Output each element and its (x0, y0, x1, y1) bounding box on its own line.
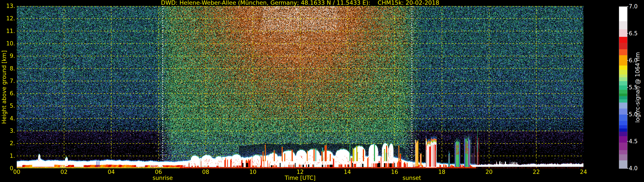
y-tick-label: 7. (0, 78, 15, 84)
colorbar-segment (619, 128, 627, 132)
colorbar-tick (627, 60, 628, 61)
x-tick-label: 10 (244, 169, 262, 175)
colorbar-tick (627, 6, 628, 7)
colorbar-segment (619, 114, 627, 121)
x-tick-label: 24 (575, 169, 592, 175)
x-tick-label: 22 (528, 169, 545, 175)
colorbar-segment (619, 29, 627, 37)
colorbar-segment (619, 143, 627, 150)
colorbar-segment (619, 66, 627, 70)
colorbar-tick-label: 5.0 (629, 111, 644, 117)
y-tick-label: 1. (0, 153, 15, 159)
colorbar-segment (619, 86, 627, 90)
sunrise-annotation: sunrise (146, 175, 180, 181)
sunset-annotation: sunset (394, 175, 429, 181)
colorbar (619, 6, 628, 169)
ceilometer-quicklook: DWD: Helene-Weber-Allee (München, German… (0, 0, 644, 182)
colorbar-tick-label: 5.5 (629, 84, 644, 90)
y-tick-label: 5. (0, 103, 15, 109)
colorbar-segment (619, 81, 627, 86)
y-tick-label: 3. (0, 128, 15, 134)
colorbar-segment (619, 125, 627, 128)
colorbar-tick-label: 6.5 (629, 30, 644, 36)
heatmap-canvas (17, 6, 584, 168)
colorbar-segment (619, 75, 627, 77)
colorbar-tick (627, 114, 628, 114)
x-tick-label: 14 (339, 169, 356, 175)
x-tick-label: 16 (386, 169, 403, 175)
colorbar-segment (619, 96, 627, 99)
colorbar-tick-label: 6.0 (629, 57, 644, 63)
x-tick-label: 08 (197, 169, 214, 175)
x-tick-label: 02 (56, 169, 72, 175)
x-tick-label: 06 (150, 169, 167, 175)
x-tick-label: 12 (292, 169, 309, 175)
colorbar-segment (619, 90, 627, 93)
colorbar-segment (619, 102, 627, 108)
colorbar-segment (619, 132, 627, 136)
colorbar-segment (619, 77, 627, 81)
y-tick-label: 8. (0, 66, 15, 72)
colorbar-segment (619, 70, 627, 75)
y-tick-label: 2. (0, 140, 15, 146)
y-tick-label: 11. (0, 28, 15, 34)
colorbar-segment (619, 49, 627, 55)
colorbar-segment (619, 21, 627, 29)
plot-title: DWD: Helene-Weber-Allee (München, German… (17, 0, 584, 6)
colorbar-segment (619, 55, 627, 66)
y-tick-label: 13. (0, 3, 15, 9)
y-tick-label: 12. (0, 15, 15, 21)
y-tick-label: 10. (0, 40, 15, 46)
colorbar-tick-label: 4.5 (629, 138, 644, 144)
colorbar-segment (619, 108, 627, 114)
x-tick-label: 00 (8, 169, 25, 175)
colorbar-tick-label: 4.0 (629, 165, 644, 171)
colorbar-tick-label: 7.0 (629, 3, 644, 9)
x-tick-label: 04 (102, 169, 120, 175)
colorbar-segment (619, 160, 627, 169)
y-tick-label: 4. (0, 115, 15, 121)
colorbar-tick (627, 87, 628, 88)
colorbar-segment (619, 121, 627, 125)
colorbar-tick (627, 33, 628, 34)
colorbar-segment (619, 7, 627, 21)
y-tick-label: 9. (0, 53, 15, 59)
colorbar-segment (619, 37, 627, 43)
colorbar-segment (619, 136, 627, 143)
colorbar-segment (619, 43, 627, 49)
x-axis-title: Time [UTC] (283, 175, 317, 181)
colorbar-segment (619, 154, 627, 160)
x-tick-label: 18 (433, 169, 450, 175)
colorbar-segment (619, 150, 627, 154)
colorbar-tick (627, 168, 628, 169)
colorbar-segment (619, 99, 627, 102)
colorbar-segment (619, 93, 627, 96)
colorbar-tick (627, 141, 628, 142)
x-tick-label: 20 (480, 169, 498, 175)
y-tick-label: 6. (0, 90, 15, 96)
